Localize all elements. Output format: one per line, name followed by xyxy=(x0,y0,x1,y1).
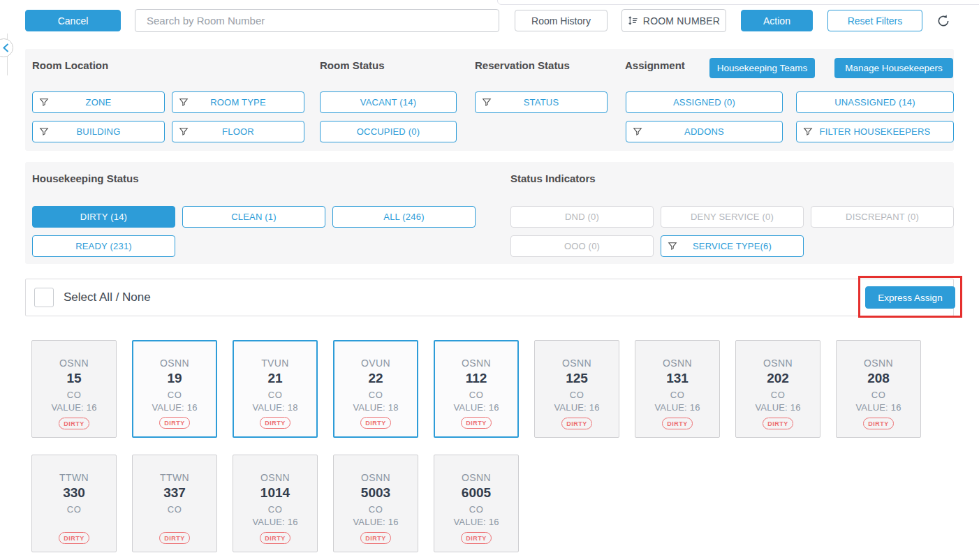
refresh-icon[interactable] xyxy=(934,12,952,30)
housekeeping-teams-button[interactable]: Housekeeping Teams xyxy=(709,58,815,78)
dirty-status-badge: DIRTY xyxy=(763,418,793,429)
dirty-status-badge: DIRTY xyxy=(461,417,492,429)
reset-filters-button[interactable]: Reset Filters xyxy=(827,10,922,31)
filter-housekeepers-button[interactable]: FILTER HOUSEKEEPERS xyxy=(796,121,954,142)
room-card-202[interactable]: OSNN 202 CO VALUE: 16 DIRTY xyxy=(735,340,820,438)
addons-filter-button[interactable]: ADDONS xyxy=(626,121,783,142)
room-card-131[interactable]: OSNN 131 CO VALUE: 16 DIRTY xyxy=(635,340,720,438)
room-card-15[interactable]: OSNN 15 CO VALUE: 16 DIRTY xyxy=(31,340,117,438)
service-type-filter-button[interactable]: SERVICE TYPE(6) xyxy=(661,235,804,257)
room-search-box xyxy=(135,9,499,32)
room-occupancy: CO xyxy=(871,390,885,400)
room-status-label: Room Status xyxy=(320,59,385,71)
funnel-icon xyxy=(179,97,189,110)
room-value: VALUE: 16 xyxy=(654,402,700,413)
collapsed-panel-edge xyxy=(497,0,979,5)
room-occupancy: CO xyxy=(168,390,182,400)
room-occupancy: CO xyxy=(670,390,684,400)
room-location-label: Room Location xyxy=(32,59,108,71)
room-occupancy: CO xyxy=(469,390,483,400)
ooo-indicator-button[interactable]: OOO (0) xyxy=(510,235,654,257)
room-value: VALUE: 16 xyxy=(755,402,800,413)
occupied-filter-button[interactable]: OCCUPIED (0) xyxy=(320,121,457,142)
room-type: OSNN xyxy=(462,358,491,369)
room-card-337[interactable]: TTWN 337 CO DIRTY xyxy=(132,455,217,552)
room-value: VALUE: 16 xyxy=(554,402,599,413)
room-card-19[interactable]: OSNN 19 CO VALUE: 16 DIRTY xyxy=(132,340,217,438)
room-card-1014[interactable]: OSNN 1014 CO VALUE: 16 DIRTY xyxy=(233,455,318,552)
addons-label: ADDONS xyxy=(684,126,724,137)
dirty-status-badge: DIRTY xyxy=(662,418,693,429)
room-number: 19 xyxy=(167,371,182,386)
dnd-indicator-button[interactable]: DND (0) xyxy=(510,206,654,228)
room-card-22[interactable]: OVUN 22 CO VALUE: 18 DIRTY xyxy=(333,340,418,438)
status-filter-button[interactable]: STATUS xyxy=(475,91,608,113)
express-assign-button[interactable]: Express Assign xyxy=(865,286,955,309)
dirty-status-badge: DIRTY xyxy=(863,418,894,429)
assignment-label: Assignment xyxy=(625,59,685,71)
room-card-330[interactable]: TTWN 330 CO DIRTY xyxy=(31,455,117,552)
cancel-button[interactable]: Cancel xyxy=(25,10,121,31)
select-all-bar: Select All / None xyxy=(25,279,954,316)
room-type: OSNN xyxy=(160,358,189,369)
deny-service-indicator-button[interactable]: DENY SERVICE (0) xyxy=(661,206,804,228)
room-type: TVUN xyxy=(261,358,289,369)
room-type: OVUN xyxy=(361,358,390,369)
room-card-125[interactable]: OSNN 125 CO VALUE: 16 DIRTY xyxy=(534,340,619,438)
room-type: OSNN xyxy=(260,472,290,483)
collapse-panel-button[interactable] xyxy=(0,38,13,57)
room-card-112[interactable]: OSNN 112 CO VALUE: 16 DIRTY xyxy=(434,340,519,438)
room-type-label: ROOM TYPE xyxy=(210,97,266,108)
dirty-status-badge: DIRTY xyxy=(159,417,190,429)
room-occupancy: CO xyxy=(369,390,383,400)
sort-room-number-button[interactable]: ROOM NUMBER xyxy=(621,9,726,32)
housekeeping-status-label: Housekeeping Status xyxy=(32,172,139,184)
room-type: TTWN xyxy=(59,472,89,483)
room-number: 330 xyxy=(63,485,85,501)
room-type: OSNN xyxy=(462,472,491,483)
action-button[interactable]: Action xyxy=(741,10,813,31)
discrepant-indicator-button[interactable]: DISCREPANT (0) xyxy=(811,206,954,228)
room-number: 1014 xyxy=(260,485,290,501)
filter-housekeepers-label: FILTER HOUSEKEEPERS xyxy=(820,126,931,137)
dirty-status-badge: DIRTY xyxy=(59,532,89,544)
room-card-21[interactable]: TVUN 21 CO VALUE: 18 DIRTY xyxy=(233,340,318,438)
assigned-filter-button[interactable]: ASSIGNED (0) xyxy=(626,91,783,113)
room-type-filter-button[interactable]: ROOM TYPE xyxy=(172,91,304,113)
room-number: 6005 xyxy=(462,485,491,501)
vacant-filter-button[interactable]: VACANT (14) xyxy=(320,91,457,113)
floor-label: FLOOR xyxy=(222,126,254,137)
funnel-icon xyxy=(482,97,492,110)
dirty-filter-button[interactable]: DIRTY (14) xyxy=(32,206,175,228)
clean-filter-button[interactable]: CLEAN (1) xyxy=(182,206,325,228)
funnel-icon xyxy=(803,126,813,139)
room-value: VALUE: 16 xyxy=(51,402,96,413)
dirty-status-badge: DIRTY xyxy=(360,417,391,429)
room-type: OSNN xyxy=(663,358,692,369)
room-card-6005[interactable]: OSNN 6005 CO VALUE: 16 DIRTY xyxy=(434,455,519,552)
room-occupancy: CO xyxy=(771,390,785,400)
room-occupancy: CO xyxy=(268,390,282,400)
room-number: 15 xyxy=(66,371,81,386)
all-filter-button[interactable]: ALL (246) xyxy=(332,206,476,228)
search-input[interactable] xyxy=(135,10,499,31)
floor-filter-button[interactable]: FLOOR xyxy=(172,121,304,142)
room-number: 131 xyxy=(666,371,689,386)
room-type: OSNN xyxy=(864,358,893,369)
room-card-5003[interactable]: OSNN 5003 CO VALUE: 16 DIRTY xyxy=(333,455,418,552)
room-card-208[interactable]: OSNN 208 CO VALUE: 16 DIRTY xyxy=(836,340,921,438)
manage-housekeepers-button[interactable]: Manage Housekeepers xyxy=(834,58,953,78)
room-history-button[interactable]: Room History xyxy=(515,10,608,31)
room-occupancy: CO xyxy=(168,504,182,515)
dirty-status-badge: DIRTY xyxy=(360,532,391,544)
building-filter-button[interactable]: BUILDING xyxy=(32,121,165,142)
unassigned-filter-button[interactable]: UNASSIGNED (14) xyxy=(796,91,954,113)
select-all-checkbox[interactable] xyxy=(34,288,54,307)
funnel-icon xyxy=(39,126,49,139)
location-filters-panel: Room Location Room Status Reservation St… xyxy=(25,49,954,151)
room-occupancy: CO xyxy=(369,504,383,515)
zone-filter-button[interactable]: ZONE xyxy=(32,91,165,113)
room-number: 112 xyxy=(466,371,487,386)
ready-filter-button[interactable]: READY (231) xyxy=(32,235,175,257)
room-occupancy: CO xyxy=(469,504,483,515)
